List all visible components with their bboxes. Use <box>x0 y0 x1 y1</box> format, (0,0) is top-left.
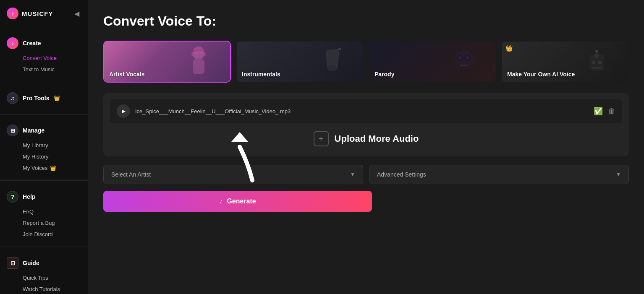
help-icon: ? <box>7 191 18 203</box>
generate-section: ♪ Generate <box>103 191 372 212</box>
upload-more-button[interactable]: + Upload More Audio <box>110 128 622 150</box>
instrumentals-figure <box>300 42 363 82</box>
voice-card-custom-ai[interactable]: 👑 Make Your Own AI Voice <box>501 41 629 83</box>
logo-icon: ♪ <box>7 8 18 19</box>
voice-card-instrumentals[interactable]: Instrumentals <box>236 41 364 83</box>
sidebar-item-quick-tips[interactable]: Quick Tips <box>0 272 88 284</box>
pro-tools-crown: 👑 <box>54 95 60 101</box>
report-bug-label: Report a Bug <box>23 220 55 226</box>
manage-icon: ⊞ <box>7 125 18 136</box>
svg-rect-18 <box>598 61 602 64</box>
sidebar-section-pro-tools-title[interactable]: ♫ Pro Tools 👑 <box>0 89 88 107</box>
guide-icon: ⊡ <box>7 257 18 269</box>
generate-button[interactable]: ♪ Generate <box>103 191 372 212</box>
generate-icon: ♪ <box>219 198 223 205</box>
my-history-label: My History <box>23 154 48 160</box>
sidebar-section-guide-title[interactable]: ⊡ Guide <box>0 254 88 272</box>
svg-point-14 <box>466 56 469 60</box>
sidebar-section-manage-title[interactable]: ⊞ Manage <box>0 121 88 140</box>
svg-rect-19 <box>592 67 602 69</box>
my-library-label: My Library <box>23 142 48 148</box>
check-icon: ✅ <box>594 107 603 116</box>
voice-cards: Artist Vocals Instrumentals <box>103 41 629 83</box>
svg-rect-17 <box>592 61 595 64</box>
svg-point-16 <box>594 53 599 58</box>
select-artist-placeholder: Select An Artist <box>111 171 151 178</box>
collapse-button[interactable]: ◀ <box>73 8 81 19</box>
svg-rect-5 <box>191 52 194 56</box>
instrumentals-label: Instrumentals <box>237 67 285 82</box>
sidebar-item-my-voices[interactable]: My Voices 👑 <box>0 162 88 174</box>
sidebar-section-pro-tools: ♫ Pro Tools 👑 <box>0 82 88 114</box>
controls-row: Select An Artist ▼ Advanced Settings ▼ <box>103 165 629 184</box>
main-content: Convert Voice To: Art <box>88 0 644 294</box>
upload-more-text: Upload More Audio <box>335 133 419 144</box>
advanced-settings-dropdown[interactable]: Advanced Settings ▼ <box>369 165 629 184</box>
pro-tools-label: Pro Tools <box>23 95 50 101</box>
sidebar-section-help: ? Help FAQ Report a Bug Join Discord <box>0 181 88 247</box>
sidebar-item-convert-voice[interactable]: Convert Voice <box>0 52 88 64</box>
parody-label: Parody <box>369 67 399 82</box>
artist-figure <box>167 42 230 82</box>
join-discord-label: Join Discord <box>23 231 53 237</box>
quick-tips-label: Quick Tips <box>23 275 48 281</box>
sidebar-item-report-bug[interactable]: Report a Bug <box>0 217 88 229</box>
sidebar-item-watch-tutorials[interactable]: Watch Tutorials <box>0 284 88 294</box>
sidebar-section-create-title[interactable]: ♪ Create <box>0 34 88 52</box>
create-label: Create <box>23 40 41 47</box>
watch-tutorials-label: Watch Tutorials <box>23 286 60 292</box>
upload-area: ▶ Ice_Spice___Munch__Feelin__U___Officia… <box>103 93 629 156</box>
help-label: Help <box>23 193 35 200</box>
svg-rect-3 <box>199 52 204 54</box>
pro-tools-icon: ♫ <box>7 92 18 104</box>
sidebar-section-guide: ⊡ Guide Quick Tips Watch Tutorials <box>0 247 88 294</box>
sidebar-item-text-to-music[interactable]: Text to Music <box>0 64 88 75</box>
svg-point-21 <box>595 50 598 52</box>
sidebar-header: ♪ MUSICFY ◀ <box>0 0 88 27</box>
sidebar-item-my-library[interactable]: My Library <box>0 140 88 151</box>
svg-rect-1 <box>193 59 204 74</box>
logo-symbol: ♪ <box>11 10 14 17</box>
parody-figure <box>432 42 495 82</box>
sidebar-section-create: ♪ Create Convert Voice Text to Music <box>0 27 88 82</box>
generate-label: Generate <box>227 198 256 205</box>
voice-card-parody[interactable]: Parody <box>369 41 496 83</box>
play-button[interactable]: ▶ <box>117 104 130 118</box>
advanced-settings-chevron: ▼ <box>616 172 621 177</box>
manage-label: Manage <box>23 127 45 134</box>
create-icon: ♪ <box>7 37 18 49</box>
plus-icon: + <box>314 131 329 146</box>
svg-rect-2 <box>194 52 198 54</box>
file-name: Ice_Spice___Munch__Feelin__U___Official_… <box>135 108 589 114</box>
audio-file-row: ▶ Ice_Spice___Munch__Feelin__U___Officia… <box>110 99 622 123</box>
faq-label: FAQ <box>23 208 34 215</box>
my-voices-crown: 👑 <box>50 165 56 171</box>
voice-card-artist-vocals[interactable]: Artist Vocals <box>103 41 231 83</box>
convert-voice-label: Convert Voice <box>23 55 57 61</box>
svg-line-8 <box>332 49 339 50</box>
select-artist-chevron: ▼ <box>350 172 355 177</box>
text-to-music-label: Text to Music <box>23 66 55 73</box>
svg-rect-6 <box>204 52 206 56</box>
svg-point-9 <box>338 48 341 50</box>
sidebar-item-join-discord[interactable]: Join Discord <box>0 229 88 240</box>
sidebar-section-manage: ⊞ Manage My Library My History My Voices… <box>0 114 88 181</box>
page-title: Convert Voice To: <box>103 13 629 29</box>
advanced-settings-label: Advanced Settings <box>377 171 426 178</box>
sidebar: ♪ MUSICFY ◀ ♪ Create Convert Voice Text … <box>0 0 88 294</box>
sidebar-item-my-history[interactable]: My History <box>0 151 88 162</box>
guide-label: Guide <box>23 260 39 266</box>
logo-area: ♪ MUSICFY <box>7 8 53 19</box>
custom-ai-crown: 👑 <box>505 45 513 52</box>
select-artist-dropdown[interactable]: Select An Artist ▼ <box>103 165 363 184</box>
custom-ai-label: Make Your Own AI Voice <box>502 67 580 82</box>
svg-point-7 <box>327 65 336 71</box>
my-voices-label: My Voices <box>23 165 47 171</box>
artist-vocals-label: Artist Vocals <box>104 67 150 82</box>
app-name: MUSICFY <box>22 10 53 17</box>
sidebar-item-faq[interactable]: FAQ <box>0 206 88 217</box>
sidebar-section-help-title[interactable]: ? Help <box>0 187 88 206</box>
svg-point-13 <box>458 56 462 60</box>
delete-icon[interactable]: 🗑 <box>608 107 615 116</box>
